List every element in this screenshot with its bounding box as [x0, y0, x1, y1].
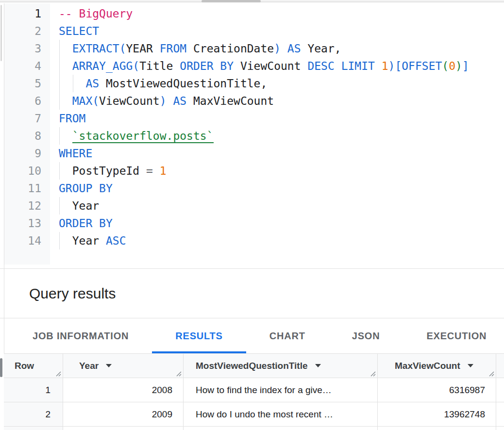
- tab-label: EXECUTION: [426, 331, 487, 342]
- code-token: PostTypeId: [72, 165, 146, 177]
- line-number: 10: [4, 162, 41, 180]
- code-token: )[OFFSET: [388, 60, 442, 72]
- code-line[interactable]: 6 MAX(ViewCount) AS MaxViewCount: [4, 92, 504, 110]
- tab-job-information[interactable]: JOB INFORMATION: [9, 318, 152, 353]
- indent-spaces: [59, 77, 85, 90]
- horizontal-scrollbar-thumb[interactable]: [202, 0, 261, 2]
- indent-guide: [59, 162, 60, 180]
- sort-dropdown-icon[interactable]: [106, 364, 112, 367]
- indent-spaces: [59, 165, 72, 177]
- code-line[interactable]: 10 PostTypeId = 1: [4, 162, 504, 180]
- code-token: Title: [139, 60, 180, 72]
- code-token: AS: [85, 77, 106, 90]
- data-cell: [378, 427, 496, 430]
- indent-guide: [59, 57, 60, 75]
- code-token: MaxViewCount: [193, 95, 274, 107]
- indent-guide: [59, 232, 60, 249]
- code-line[interactable]: 4 ARRAY_AGG(Title ORDER BY ViewCount DES…: [4, 57, 504, 75]
- header-cell-spacer: [496, 354, 504, 378]
- indent-spaces: [59, 95, 72, 107]
- horizontal-scrollbar[interactable]: [0, 0, 504, 2]
- code-token: SELECT: [59, 25, 99, 37]
- column-resize-grip-icon[interactable]: [370, 370, 376, 377]
- code-line[interactable]: 8 `stackoverflow.posts`: [4, 127, 504, 145]
- tab-execution[interactable]: EXECUTION: [403, 318, 504, 353]
- tab-chart[interactable]: CHART: [246, 318, 329, 353]
- results-table-header: RowYearMostViewedQuestionTitleMaxViewCou…: [4, 354, 504, 378]
- code-token: GROUP BY: [59, 182, 113, 195]
- indent-guide: [59, 92, 60, 110]
- data-cell-spacer: [496, 427, 504, 430]
- indent-spaces: [59, 130, 72, 142]
- code-token: ASC: [106, 234, 126, 247]
- column-resize-grip-icon[interactable]: [175, 370, 182, 377]
- code-line[interactable]: 12 Year: [4, 197, 504, 215]
- code-token: DESC LIMIT: [307, 60, 381, 72]
- code-token: WHERE: [59, 147, 92, 160]
- active-tab-underline: [152, 351, 246, 353]
- code-line[interactable]: 7FROM: [4, 110, 504, 127]
- code-text: WHERE: [41, 145, 504, 162]
- code-text: MAX(ViewCount) AS MaxViewCount: [41, 92, 504, 110]
- code-token: FROM: [59, 112, 85, 125]
- code-line[interactable]: 14 Year ASC: [4, 232, 504, 249]
- code-line[interactable]: 5 AS MostViewedQuestionTitle,: [4, 75, 504, 92]
- indent-guide: [59, 197, 60, 215]
- indent-spaces: [59, 42, 72, 55]
- line-number: 6: [4, 92, 41, 110]
- line-number: 8: [4, 127, 41, 145]
- table-row: 22009How do I undo the most recent …1396…: [4, 402, 504, 427]
- line-number: 11: [4, 180, 41, 197]
- sort-dropdown-icon[interactable]: [315, 364, 321, 367]
- sort-dropdown-icon[interactable]: [468, 364, 473, 367]
- query-results-title: Query results: [29, 285, 116, 302]
- results-table-body: 12008How to find the index for a give…63…: [4, 378, 504, 430]
- code-token: ViewCount: [99, 95, 160, 107]
- column-resize-grip-icon[interactable]: [488, 370, 494, 377]
- tab-label: CHART: [269, 331, 305, 342]
- data-cell: [63, 427, 184, 430]
- tab-results[interactable]: RESULTS: [152, 318, 246, 353]
- results-table: RowYearMostViewedQuestionTitleMaxViewCou…: [4, 354, 504, 430]
- tab-json[interactable]: JSON: [329, 318, 403, 353]
- line-number: 14: [4, 232, 41, 249]
- code-token: FROM: [160, 42, 193, 55]
- data-cell: [4, 427, 63, 430]
- code-token: Year: [72, 199, 99, 212]
- code-line[interactable]: 11GROUP BY: [4, 180, 504, 197]
- code-line[interactable]: 2SELECT: [4, 22, 504, 40]
- column-label: Year: [79, 361, 99, 371]
- line-number: 13: [4, 215, 41, 232]
- code-token: Year: [72, 234, 106, 247]
- code-line[interactable]: 1-- BigQuery: [4, 5, 504, 22]
- results-tab-bar: JOB INFORMATIONRESULTSCHARTJSONEXECUTION: [4, 318, 504, 354]
- code-token: ARRAY_AGG(: [72, 60, 139, 72]
- table-row: 12008How to find the index for a give…63…: [4, 378, 504, 402]
- line-number: 1: [4, 5, 41, 22]
- column-label: MaxViewCount: [395, 361, 460, 371]
- bigquery-editor-page: 1-- BigQuery2SELECT3 EXTRACT(YEAR FROM C…: [0, 0, 504, 430]
- column-label: Row: [15, 361, 34, 371]
- code-token: ) AS: [274, 42, 307, 55]
- column-resize-grip-icon[interactable]: [55, 370, 61, 377]
- code-token: ORDER BY: [59, 217, 113, 230]
- sql-code-editor[interactable]: 1-- BigQuery2SELECT3 EXTRACT(YEAR FROM C…: [4, 3, 504, 268]
- code-line[interactable]: 13ORDER BY: [4, 215, 504, 232]
- results-scrollbar-thumb[interactable]: [0, 358, 2, 377]
- code-lines: 1-- BigQuery2SELECT3 EXTRACT(YEAR FROM C…: [4, 5, 504, 249]
- code-text: `stackoverflow.posts`: [41, 127, 504, 145]
- code-token: -- BigQuery: [59, 7, 133, 20]
- line-number: 5: [4, 75, 41, 92]
- code-text: Year ASC: [41, 232, 504, 249]
- code-token: ORDER BY: [180, 60, 240, 72]
- code-token: Year,: [307, 42, 341, 55]
- code-line[interactable]: 9WHERE: [4, 145, 504, 162]
- code-token: ): [455, 60, 462, 72]
- code-line[interactable]: 3 EXTRACT(YEAR FROM CreationDate) AS Yea…: [4, 40, 504, 57]
- code-token: =: [146, 165, 160, 177]
- code-token: (: [442, 60, 449, 72]
- code-text: PostTypeId = 1: [41, 162, 504, 180]
- data-cell: 2009: [63, 402, 184, 426]
- table-reference-link[interactable]: `stackoverflow.posts`: [72, 130, 214, 143]
- editor-scrollbar-thumb[interactable]: [0, 5, 2, 61]
